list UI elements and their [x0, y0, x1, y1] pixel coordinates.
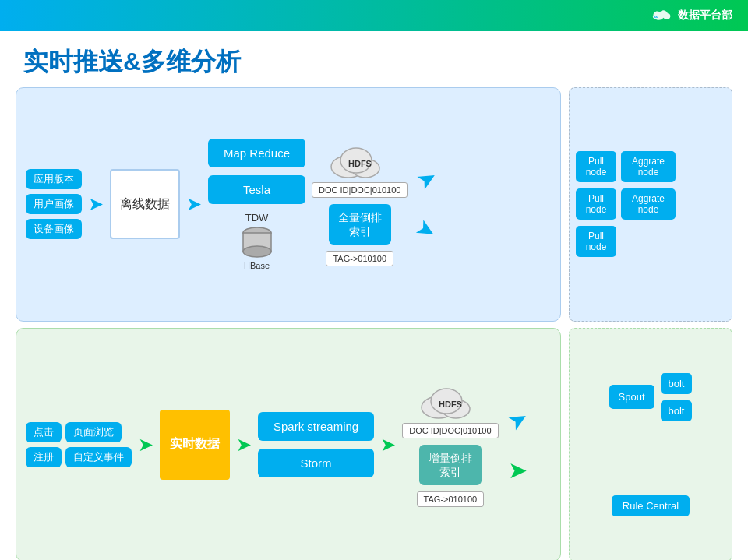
pill-app: 应用版本	[26, 169, 82, 189]
arrow-to-right-top: ➤	[411, 162, 442, 195]
offline-processing: Map Reduce Tesla TDW HBase	[208, 139, 305, 270]
logo-area: ∞ 数据平台部	[648, 8, 732, 23]
right-bottom-panel: Spout bolt bolt Rule Central	[569, 328, 732, 561]
rule-central-btn: Rule Central	[612, 495, 690, 516]
pill-click: 点击	[26, 422, 62, 442]
offline-data-box: 离线数据	[110, 169, 180, 239]
node-rows: Pullnode Aggratenode Pullnode Aggratenod…	[576, 151, 725, 257]
bolt-btn-1: bolt	[661, 373, 693, 394]
tdw-label: TDW	[245, 212, 269, 224]
spout-btn: Spout	[609, 385, 654, 409]
arrow-to-realtime-data: ➤	[138, 434, 153, 456]
arrow-to-offline-data: ➤	[88, 193, 104, 215]
map-reduce-btn: Map Reduce	[208, 139, 305, 167]
realtime-processing: Spark streaming Storm	[258, 412, 374, 477]
offline-tag-row: TAG->010100	[326, 251, 393, 266]
spout-bolt-area: Spout bolt bolt	[609, 373, 693, 421]
incr-index-box: 增量倒排索引	[419, 445, 482, 485]
aggrate-node-2: Aggratenode	[621, 188, 676, 220]
realtime-pills: 点击 页面浏览 注册 自定义事件	[26, 422, 132, 467]
bolt-col: bolt bolt	[661, 373, 693, 421]
arrow-to-processing: ➤	[186, 193, 202, 215]
svg-text:∞: ∞	[654, 14, 658, 20]
storm-btn: Storm	[258, 449, 374, 477]
main-content: 应用版本 用户画像 设备画像 ➤ 离线数据 ➤ Map Reduce Tesla…	[0, 87, 748, 560]
offline-section: 应用版本 用户画像 设备画像 ➤ 离线数据 ➤ Map Reduce Tesla…	[16, 87, 561, 322]
arrow-to-streaming: ➤	[236, 434, 252, 456]
right-top-panel: Pullnode Aggratenode Pullnode Aggratenod…	[569, 87, 732, 322]
logo-text: 数据平台部	[678, 9, 732, 23]
bolt-btn-2: bolt	[661, 400, 693, 421]
node-row-3: Pullnode	[576, 226, 725, 257]
aggrate-node-1: Aggratenode	[621, 151, 676, 182]
pull-node-2: Pullnode	[576, 188, 616, 220]
arrow-cross-down: ➤	[411, 213, 442, 246]
pill-register: 注册	[26, 447, 62, 467]
svg-text:HDFS: HDFS	[348, 159, 372, 168]
offline-data-rows: DOC ID|DOC|010100	[312, 182, 408, 198]
realtime-doc-row: DOC ID|DOC|010100	[402, 423, 498, 438]
logo-icon: ∞	[648, 8, 672, 23]
hdfs-cloud-bottom: HDFS	[415, 382, 485, 420]
arrow-cross-up: ➤	[503, 403, 533, 436]
pull-node-1: Pullnode	[576, 151, 616, 182]
pill-device: 设备画像	[26, 219, 82, 239]
svg-text:HDFS: HDFS	[439, 400, 462, 409]
hbase-label: HBase	[244, 261, 270, 270]
tesla-btn: Tesla	[208, 175, 305, 204]
realtime-tag-row: TAG->010100	[417, 491, 485, 507]
node-row-2: Pullnode Aggratenode	[576, 188, 725, 220]
hdfs-cloud-top: HDFS	[325, 142, 395, 179]
realtime-section: 点击 页面浏览 注册 自定义事件 ➤ 实时数据 ➤ Spark streamin…	[16, 328, 561, 561]
pill-custom: 自定义事件	[65, 447, 132, 467]
tdw-area: TDW HBase	[208, 212, 305, 270]
page-title: 实时推送&多维分析	[0, 31, 748, 87]
pull-node-3: Pullnode	[576, 226, 616, 257]
spark-streaming-btn: Spark streaming	[258, 412, 374, 441]
arrow-to-right-bottom: ➤	[508, 456, 527, 484]
offline-doc-row: DOC ID|DOC|010100	[312, 182, 408, 198]
realtime-data-rows: DOC ID|DOC|010100	[402, 423, 498, 438]
offline-hdfs-area: HDFS DOC ID|DOC|010100 全量倒排索引 TAG->01010…	[312, 142, 408, 266]
full-index-box: 全量倒排索引	[329, 204, 391, 245]
pill-browse: 页面浏览	[65, 422, 122, 442]
realtime-hdfs-area: HDFS DOC ID|DOC|010100 增量倒排索引 TAG->01010…	[402, 382, 498, 507]
pill-user: 用户画像	[26, 194, 82, 214]
left-panel: 应用版本 用户画像 设备画像 ➤ 离线数据 ➤ Map Reduce Tesla…	[16, 87, 561, 560]
hbase-cylinder	[240, 225, 274, 259]
svg-point-3	[243, 246, 271, 257]
node-row-1: Pullnode Aggratenode	[576, 151, 725, 182]
right-panel: Pullnode Aggratenode Pullnode Aggratenod…	[569, 87, 732, 560]
header: ∞ 数据平台部	[0, 0, 748, 31]
realtime-data-box: 实时数据	[160, 410, 230, 480]
arrow-to-incr-index: ➤	[380, 434, 396, 456]
offline-pills: 应用版本 用户画像 设备画像	[26, 169, 82, 239]
